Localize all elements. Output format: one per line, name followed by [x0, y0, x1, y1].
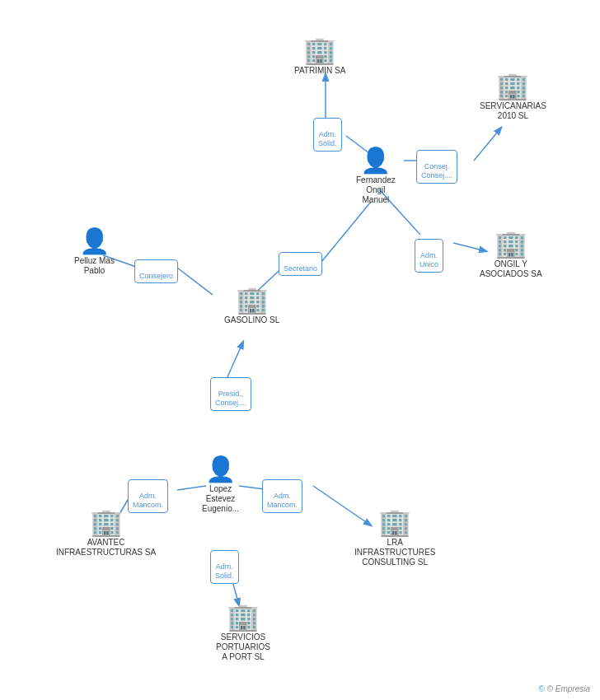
label-lopez: Lopez Estevez Eugenio... [202, 484, 239, 514]
label-fernandez: Fernandez Ongil Manuel [356, 175, 396, 205]
building-icon-lra: 🏢 [378, 509, 411, 535]
badge-consejero-pelluz[interactable]: Consejero [134, 259, 178, 283]
label-lra: LRA INFRASTRUCTURES CONSULTING SL [354, 538, 435, 567]
person-icon-pelluz: 👤 [79, 229, 110, 254]
badge-adm-mancom-avantec[interactable]: Adm. Mancom. [128, 479, 168, 513]
svg-line-6 [321, 202, 371, 262]
badge-adm-solid-patrimin[interactable]: Adm. Solid. [313, 118, 342, 152]
node-avantec[interactable]: 🏢 AVANTEC INFRAESTRUCTURAS SA [56, 509, 156, 558]
label-ongil: ONGIL Y ASOCIADOS SA [480, 259, 542, 279]
badge-adm-mancom-lra[interactable]: Adm. Mancom. [262, 479, 302, 513]
building-icon-gasolino: 🏢 [236, 287, 269, 313]
label-gasolino: GASOLINO SL [224, 315, 279, 325]
svg-line-3 [474, 128, 501, 161]
node-pelluz[interactable]: 👤 Pelluz Mas Pablo [74, 229, 115, 276]
badge-adm-unico-ongil[interactable]: Adm. Unico [415, 239, 443, 273]
badge-adm-solid-servicios[interactable]: Adm. Solid. [210, 550, 239, 584]
badge-secretario[interactable]: Secretario [279, 252, 322, 276]
building-icon-avantec: 🏢 [90, 509, 123, 535]
node-lopez[interactable]: 👤 Lopez Estevez Eugenio... [202, 457, 239, 514]
diagram-canvas: 🏢 PATRIMIN SA 🏢 SERVICANARIAS 2010 SL 🏢 … [0, 0, 600, 700]
building-icon-patrimin: 🏢 [303, 37, 336, 63]
svg-line-10 [227, 342, 243, 379]
label-avantec: AVANTEC INFRAESTRUCTURAS SA [56, 538, 156, 558]
building-icon-servicanarias: 🏢 [496, 72, 529, 99]
person-icon-fernandez: 👤 [360, 148, 391, 173]
node-servicanarias[interactable]: 🏢 SERVICANARIAS 2010 SL [480, 72, 546, 121]
node-lra[interactable]: 🏢 LRA INFRASTRUCTURES CONSULTING SL [354, 509, 435, 567]
building-icon-ongil: 🏢 [495, 231, 527, 257]
label-pelluz: Pelluz Mas Pablo [74, 256, 115, 276]
badge-presid-consej[interactable]: Presid., Consej.... [210, 377, 251, 411]
node-fernandez[interactable]: 👤 Fernandez Ongil Manuel [356, 148, 396, 205]
label-servicios: SERVICIOS PORTUARIOS A PORT SL [216, 632, 270, 662]
building-icon-servicios: 🏢 [227, 604, 260, 630]
person-icon-lopez: 👤 [205, 457, 236, 482]
svg-line-9 [177, 268, 213, 295]
label-servicanarias: SERVICANARIAS 2010 SL [480, 101, 546, 121]
node-servicios[interactable]: 🏢 SERVICIOS PORTUARIOS A PORT SL [216, 604, 270, 662]
label-patrimin: PATRIMIN SA [294, 66, 345, 76]
watermark: © © Empresia [538, 684, 590, 693]
node-gasolino[interactable]: 🏢 GASOLINO SL [224, 287, 279, 325]
node-patrimin[interactable]: 🏢 PATRIMIN SA [294, 37, 345, 76]
node-ongil[interactable]: 🏢 ONGIL Y ASOCIADOS SA [480, 231, 542, 279]
badge-consej-servicanarias[interactable]: Consej. Consej.... [416, 150, 457, 184]
